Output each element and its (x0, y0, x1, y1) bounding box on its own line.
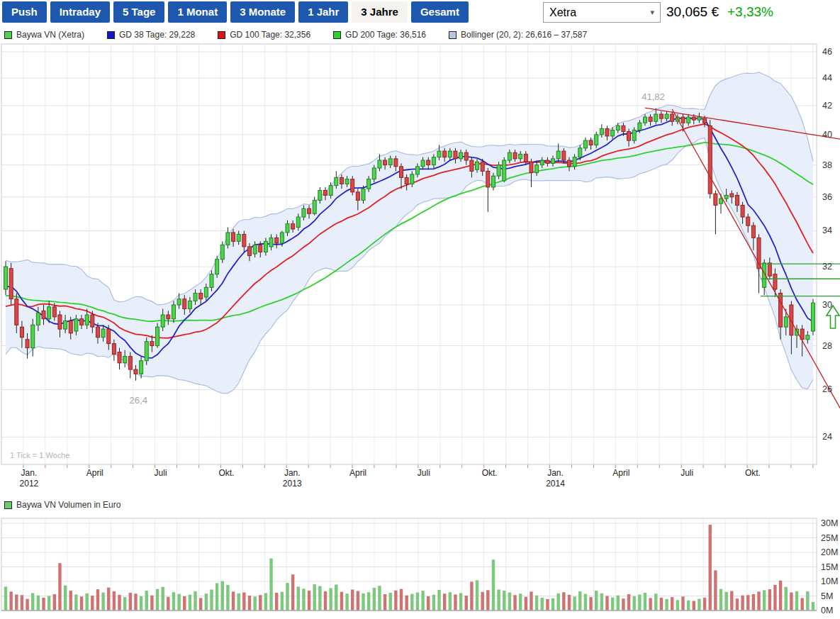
legend-label: Bollinger (20, 2): 26,616 – 37,587 (461, 30, 587, 40)
legend-label: Baywa VN (Xetra) (16, 30, 84, 40)
svg-text:2012: 2012 (20, 479, 39, 489)
svg-text:36: 36 (822, 192, 832, 202)
svg-text:34: 34 (822, 225, 832, 235)
legend-item-baywa: Baywa VN (Xetra) (4, 30, 84, 40)
svg-text:Juli: Juli (681, 468, 693, 478)
price-volume-chart: 46444240383634323028262430M25M20M15M10M5… (0, 0, 840, 619)
price-value: 30,065 € (666, 4, 719, 19)
gd100-swatch-icon (218, 31, 225, 39)
svg-text:20M: 20M (821, 547, 838, 557)
legend-item-gd100: GD 100 Tage: 32,356 (218, 30, 310, 40)
bollinger-swatch-icon (449, 31, 457, 39)
svg-text:40: 40 (822, 130, 832, 140)
svg-text:April: April (349, 468, 366, 478)
svg-text:46: 46 (822, 47, 832, 57)
stock-chart-app: 46444240383634323028262430M25M20M15M10M5… (0, 0, 840, 619)
svg-text:26: 26 (822, 384, 832, 394)
svg-text:10M: 10M (821, 576, 838, 586)
market-select-value: Xetra (549, 6, 576, 19)
svg-text:38: 38 (822, 160, 832, 170)
legend-label: GD 200 Tage: 36,516 (345, 30, 426, 40)
svg-text:Okt.: Okt. (745, 468, 761, 478)
legend-label: GD 38 Tage: 29,228 (119, 30, 195, 40)
period-button-intraday[interactable]: Intraday (50, 1, 110, 23)
svg-text:2014: 2014 (546, 479, 565, 489)
svg-text:0M: 0M (821, 606, 833, 615)
svg-text:Okt.: Okt. (218, 468, 234, 478)
svg-text:30: 30 (822, 300, 832, 310)
svg-text:28: 28 (822, 341, 832, 351)
period-button-3-monate[interactable]: 3 Monate (230, 1, 295, 23)
svg-text:Okt.: Okt. (482, 468, 498, 478)
gd38-swatch-icon (107, 31, 115, 39)
gd200-swatch-icon (333, 31, 341, 39)
volume-legend: Baywa VN Volumen in Euro (4, 500, 121, 510)
bollinger-band (6, 72, 813, 394)
svg-text:26,4: 26,4 (130, 395, 147, 406)
svg-text:1 Tick = 1 Woche: 1 Tick = 1 Woche (10, 451, 69, 459)
svg-text:24: 24 (822, 432, 832, 442)
svg-text:15M: 15M (821, 562, 838, 572)
svg-text:41,82: 41,82 (642, 91, 665, 102)
quote-display: 30,065 €+3,33% (666, 4, 773, 20)
volume-legend-label: Baywa VN Volumen in Euro (16, 500, 121, 510)
svg-text:32: 32 (822, 262, 832, 272)
svg-text:2013: 2013 (283, 479, 302, 489)
chevron-down-icon: ▾ (650, 8, 654, 17)
svg-text:Juli: Juli (418, 468, 430, 478)
svg-text:Jan.: Jan. (21, 468, 38, 478)
legend-label: GD 100 Tage: 32,356 (230, 30, 310, 40)
svg-text:Juli: Juli (155, 468, 167, 478)
legend-item-gd200: GD 200 Tage: 36,516 (333, 30, 426, 40)
svg-text:April: April (612, 468, 629, 478)
svg-text:Jan.: Jan. (284, 468, 301, 478)
period-toolbar: Push Intraday 5 Tage 1 Monat 3 Monate 1 … (2, 1, 469, 23)
period-button-3-jahre[interactable]: 3 Jahre (352, 1, 408, 23)
baywa-swatch-icon (4, 31, 12, 39)
period-button-push[interactable]: Push (2, 1, 47, 23)
svg-text:25M: 25M (821, 533, 838, 543)
chart-legend: Baywa VN (Xetra) GD 38 Tage: 29,228 GD 1… (4, 30, 587, 40)
period-button-1-monat[interactable]: 1 Monat (168, 1, 227, 23)
svg-text:Jan.: Jan. (547, 468, 564, 478)
price-change: +3,33% (727, 4, 773, 19)
period-button-gesamt[interactable]: Gesamt (411, 1, 469, 23)
svg-text:42: 42 (822, 101, 832, 111)
period-button-5-tage[interactable]: 5 Tage (113, 1, 164, 23)
svg-text:5M: 5M (821, 591, 833, 601)
svg-text:April: April (86, 468, 103, 478)
volume-swatch-icon (4, 501, 12, 509)
svg-text:44: 44 (822, 73, 832, 83)
legend-item-gd38: GD 38 Tage: 29,228 (107, 30, 195, 40)
period-button-1-jahr[interactable]: 1 Jahr (298, 1, 348, 23)
legend-item-bollinger: Bollinger (20, 2): 26,616 – 37,587 (449, 30, 587, 40)
svg-text:30M: 30M (821, 518, 838, 528)
market-select[interactable]: Xetra ▾ (543, 2, 661, 23)
